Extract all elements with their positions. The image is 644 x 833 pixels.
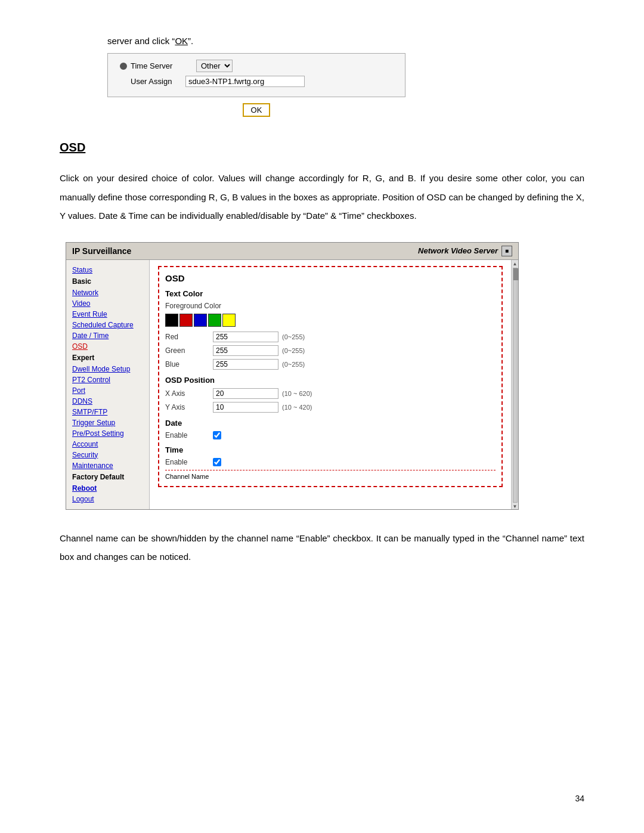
ok-button-wrap: OK [107,103,405,117]
sidebar-link-video[interactable]: Video [72,299,90,308]
radio-button[interactable] [120,63,127,70]
main-content: OSD Text Color Foreground Color Red [150,260,511,509]
red-input[interactable] [213,332,278,342]
sidebar-link-osd[interactable]: OSD [72,342,88,351]
user-assign-input[interactable] [185,76,305,87]
ok-button[interactable]: OK [243,103,271,117]
scroll-track[interactable] [513,268,518,503]
sidebar-item-event-rule[interactable]: Event Rule [66,309,149,320]
sidebar-item-smtp-ftp[interactable]: SMTP/FTP [66,407,149,417]
sidebar-item-status[interactable]: Status [66,265,149,275]
sidebar-link-status[interactable]: Status [72,266,92,274]
blue-input[interactable] [213,359,278,370]
sidebar-link-scheduled-capture[interactable]: Scheduled Capture [72,321,134,329]
foreground-label: Foreground Color [165,302,496,310]
sidebar-label-basic: Basic [66,275,149,287]
green-input[interactable] [213,345,278,356]
osd-body-text: Click on your desired choice of color. V… [60,169,584,225]
sidebar-link-reboot[interactable]: Reboot [72,484,97,493]
sidebar-link-logout[interactable]: Logout [72,495,94,503]
time-title: Time [165,445,496,454]
red-range: (0~255) [282,333,305,340]
y-input[interactable] [213,402,278,413]
sidebar-link-trigger[interactable]: Trigger Setup [72,419,115,427]
sidebar-link-account[interactable]: Account [72,440,98,448]
sidebar-link-maintenance[interactable]: Maintenance [72,462,113,470]
swatch-black[interactable] [165,314,178,327]
time-enable-label: Enable [165,458,213,466]
screenshot-container: IP Surveillance Network Video Server ■ S… [66,242,519,510]
sidebar-link-event-rule[interactable]: Event Rule [72,310,107,318]
swatch-blue[interactable] [194,314,207,327]
x-label: X Axis [165,389,213,398]
sidebar-item-scheduled-capture[interactable]: Scheduled Capture [66,320,149,330]
server-click-text: server and click “OK”. [107,36,584,46]
sidebar-item-security[interactable]: Security [66,450,149,460]
sidebar-link-port[interactable]: Port [72,386,85,395]
green-row: Green (0~255) [165,345,496,356]
sidebar-link-dwell-mode[interactable]: Dwell Mode Setup [72,365,130,373]
sidebar-link-smtp-ftp[interactable]: SMTP/FTP [72,408,107,416]
scroll-thumb[interactable] [513,268,518,280]
date-title: Date [165,419,496,428]
x-input[interactable] [213,388,278,399]
sidebar-item-pt2[interactable]: PT2 Control [66,374,149,385]
sidebar-link-ddns[interactable]: DDNS [72,397,92,405]
top-section: server and click “OK”. Time Server Other… [60,36,584,117]
sidebar-item-logout[interactable]: Logout [66,494,149,504]
green-label: Green [165,346,213,355]
page-number: 34 [575,794,584,803]
sidebar-item-account[interactable]: Account [66,439,149,450]
osd-section-title: OSD [165,273,496,283]
sidebar-item-network[interactable]: Network [66,287,149,298]
sidebar-link-network[interactable]: Network [72,289,98,297]
sidebar-item-date-time[interactable]: Date / Time [66,330,149,341]
channel-name-bar: Channel Name [165,470,496,480]
sidebar-item-trigger[interactable]: Trigger Setup [66,417,149,428]
sidebar: Status Basic Network Video Event Rule Sc… [66,260,150,509]
sidebar-item-pre-post[interactable]: Pre/Post Setting [66,428,149,439]
swatch-red[interactable] [179,314,193,327]
scroll-up-arrow[interactable]: ▲ [513,261,518,267]
date-enable-label: Enable [165,431,213,439]
server-box: Time Server Other User Assign [107,53,405,97]
blue-row: Blue (0~255) [165,359,496,370]
sidebar-item-maintenance[interactable]: Maintenance [66,460,149,471]
scroll-down-arrow[interactable]: ▼ [513,504,518,509]
osd-position-title: OSD Position [165,376,496,385]
blue-label: Blue [165,360,213,368]
sidebar-item-reboot[interactable]: Reboot [66,483,149,494]
ok-underline: OK [175,36,188,46]
red-row: Red (0~255) [165,332,496,342]
swatch-green[interactable] [208,314,221,327]
sidebar-item-video[interactable]: Video [66,298,149,309]
date-enable-checkbox[interactable] [213,431,221,439]
sidebar-item-osd[interactable]: OSD [66,341,149,352]
sidebar-link-pt2[interactable]: PT2 Control [72,376,110,384]
sidebar-item-dwell-mode[interactable]: Dwell Mode Setup [66,364,149,374]
y-label: Y Axis [165,403,213,411]
sidebar-item-ddns[interactable]: DDNS [66,396,149,407]
screenshot-header: IP Surveillance Network Video Server ■ [66,243,518,260]
blue-range: (0~255) [282,361,305,368]
x-range: (10 ~ 620) [282,390,312,397]
green-range: (0~255) [282,347,305,354]
sidebar-link-date-time[interactable]: Date / Time [72,332,109,340]
time-server-select[interactable]: Other [196,60,233,72]
y-axis-row: Y Axis (10 ~ 420) [165,402,496,413]
sidebar-link-pre-post[interactable]: Pre/Post Setting [72,429,124,438]
network-video-server-label: Network Video Server [418,246,498,255]
sidebar-label-expert: Expert [66,352,149,364]
time-enable-checkbox[interactable] [213,458,221,466]
sidebar-item-port[interactable]: Port [66,385,149,396]
y-range: (10 ~ 420) [282,404,312,411]
scrollbar[interactable]: ▲ ▼ [511,260,518,509]
header-icon: ■ [501,246,512,256]
sidebar-label-factory-default[interactable]: Factory Default [66,471,149,483]
swatch-yellow[interactable] [222,314,236,327]
osd-form: OSD Text Color Foreground Color Red [158,266,503,487]
x-axis-row: X Axis (10 ~ 620) [165,388,496,399]
user-assign-row: User Assign [120,76,393,87]
time-server-label: Time Server [131,61,196,70]
sidebar-link-security[interactable]: Security [72,451,98,459]
